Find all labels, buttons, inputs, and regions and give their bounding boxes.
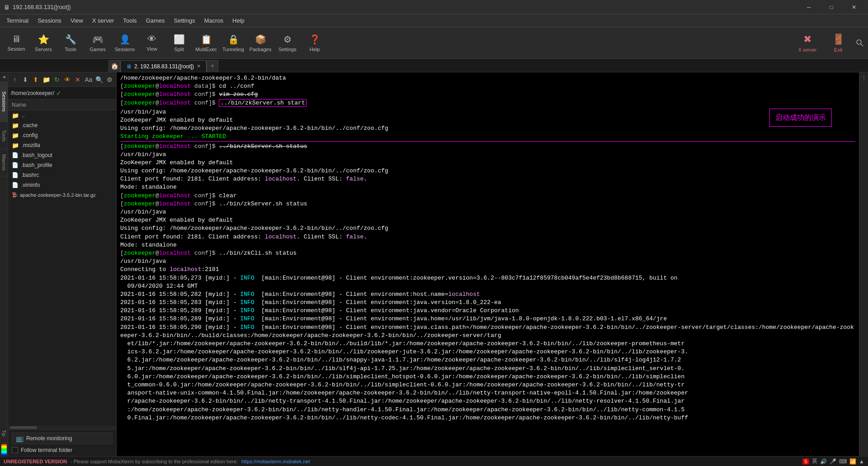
horizontal-scrollbar[interactable] xyxy=(8,426,116,429)
maximize-button[interactable]: □ xyxy=(821,0,842,14)
minimize-button[interactable]: ─ xyxy=(798,0,819,14)
menu-macros[interactable]: Macros xyxy=(199,15,228,26)
toolbar-help[interactable]: ❓ Help xyxy=(302,29,327,57)
xserver-label: X server xyxy=(798,47,817,52)
file-item-viminfo[interactable]: 📄 .viminfo xyxy=(8,180,116,190)
toolbar-games[interactable]: 🎮 Games xyxy=(85,29,110,57)
menu-sessions[interactable]: Sessions xyxy=(33,15,66,26)
toolbar-tools[interactable]: 🔧 Tools xyxy=(58,29,83,57)
file-item-mozilla[interactable]: 📁 .mozilla xyxy=(8,140,116,150)
menu-view[interactable]: View xyxy=(66,15,88,26)
file-tool-upload[interactable]: ⬆ xyxy=(31,74,41,85)
tab-home[interactable]: 🏠 xyxy=(108,60,120,72)
term-line: [zookeeper@localhost data]$ cd ../conf xyxy=(120,82,855,90)
sidebar-tab-tip[interactable]: Tip xyxy=(0,424,8,442)
term-line: 0.Final.jar:/home/zookeeper/apache-zooke… xyxy=(120,414,855,422)
file-item-bash-profile[interactable]: 📄 .bash_profile xyxy=(8,160,116,170)
toolbar: 🖥 Session ⭐ Servers 🔧 Tools 🎮 Games 👤 Se… xyxy=(0,27,868,59)
toolbar-session[interactable]: 🖥 Session xyxy=(4,29,29,57)
tray-icon3: ⌨ xyxy=(839,458,847,465)
toolbar-servers[interactable]: ⭐ Servers xyxy=(31,29,56,57)
split-icon: ⬜ xyxy=(174,34,185,45)
toolbar-xserver[interactable]: ✖ X server xyxy=(794,29,821,57)
file-tool-rename[interactable]: Aa xyxy=(84,74,93,85)
file-path: /home/zookeeper/ xyxy=(11,90,54,96)
file-header-name: Name xyxy=(12,102,26,108)
new-tab-button[interactable]: + xyxy=(207,60,218,72)
file-item-config[interactable]: 📁 .config xyxy=(8,130,116,140)
file-item-name: .bash_logout xyxy=(21,152,52,158)
sidebar-tab-macros[interactable]: Macros xyxy=(0,149,8,176)
file-item-tarball[interactable]: 🗜 apache-zookeeper-3.6.2-bin.tar.gz xyxy=(8,190,116,200)
menu-help[interactable]: Help xyxy=(228,15,249,26)
file-tool-hidden[interactable]: 👁 xyxy=(62,74,72,85)
term-line: /usr/bin/java xyxy=(120,257,855,266)
file-tool-newfolder[interactable]: 📁 xyxy=(42,74,51,85)
file-item-parent[interactable]: 📁 .. xyxy=(8,110,116,120)
close-button[interactable]: ✕ xyxy=(844,0,864,14)
file-tool-settings[interactable]: ⚙ xyxy=(105,74,114,85)
term-line: [zookeeper@localhost conf]$ ../bin/zkSer… xyxy=(120,200,855,208)
term-line: 6.0.jar:/home/zookeeper/apache-zookeeper… xyxy=(120,373,855,381)
tunneling-icon: 🔒 xyxy=(228,34,239,45)
status-url[interactable]: https://mobaxterm.mobatek.net xyxy=(241,459,310,464)
annotation-text: 启动成功的演示 xyxy=(775,114,826,121)
unregistered-label: UNREGISTERED VERSION xyxy=(4,459,67,464)
toolbar-tunneling[interactable]: 🔒 Tunneling xyxy=(221,29,246,57)
file-tool-find[interactable]: 🔍 xyxy=(94,74,104,85)
settings-label: Settings xyxy=(278,47,297,52)
tab-session[interactable]: 🖥 2. 192.168.83.131([root]) ✕ xyxy=(120,60,207,72)
toolbar-split[interactable]: ⬜ Split xyxy=(166,29,192,57)
file-panel: ↑ ⬇ ⬆ 📁 ↻ 👁 ✕ Aa 🔍 ⚙ /home/zookeeper/ ✓ … xyxy=(8,72,117,456)
term-line: /home/zookeeper/apache-zookeeper-3.6.2-b… xyxy=(120,74,855,82)
file-item-name: .bashrc xyxy=(21,172,39,178)
tools-icon: 🔧 xyxy=(65,34,76,45)
games-icon: 🎮 xyxy=(92,34,104,45)
term-line: /usr/bin/java xyxy=(120,151,855,159)
file-item-name: .mozilla xyxy=(22,142,40,148)
tray-icon2: 🎤 xyxy=(830,458,836,465)
term-line: /usr/bin/java xyxy=(120,208,855,216)
toolbar-view[interactable]: 👁 View xyxy=(139,29,165,57)
toolbar-sessions[interactable]: 👤 Sessions xyxy=(112,29,137,57)
toolbar-packages[interactable]: 📦 Packages xyxy=(248,29,273,57)
sidebar-tab-tools[interactable]: Tools xyxy=(0,122,8,149)
tools-label: Tools xyxy=(65,47,76,52)
toolbar-multiexec[interactable]: 📋 MultiExec xyxy=(193,29,219,57)
tray-time: ▲ xyxy=(859,458,864,465)
tab-close-button[interactable]: ✕ xyxy=(197,63,201,69)
file-item-name: .. xyxy=(22,112,25,119)
toolbar-settings[interactable]: ⚙ Settings xyxy=(275,29,300,57)
file-item-cache[interactable]: 📁 .cache xyxy=(8,120,116,130)
right-sidebar-btn[interactable]: ⋮ xyxy=(860,74,868,81)
follow-terminal-label: Follow terminal folder xyxy=(21,447,72,453)
menu-tools[interactable]: Tools xyxy=(118,15,141,26)
menu-settings[interactable]: Settings xyxy=(170,15,200,26)
file-tool-delete[interactable]: ✕ xyxy=(73,74,83,85)
file-icon: 📄 xyxy=(12,172,19,178)
file-tool-refresh[interactable]: ↻ xyxy=(52,74,61,85)
file-item-bashrc[interactable]: 📄 .bashrc xyxy=(8,170,116,180)
file-tool-up[interactable]: ↑ xyxy=(10,74,19,85)
menu-games[interactable]: Games xyxy=(142,15,170,26)
menu-bar: Terminal Sessions View X server Tools Ga… xyxy=(0,14,868,27)
window-title: 192.168.83.131([root]) xyxy=(13,4,71,10)
sidebar-tab-sessions[interactable]: Sessions xyxy=(0,81,8,122)
file-tool-download[interactable]: ⬇ xyxy=(20,74,30,85)
toolbar-exit[interactable]: 🚪 Exit xyxy=(825,29,852,57)
follow-terminal-checkbox[interactable] xyxy=(12,447,18,453)
term-line: [zookeeper@localhost conf]$ vim zoo.cfg xyxy=(120,90,855,99)
sidebar-collapse[interactable]: ◀ xyxy=(0,72,8,81)
term-line: ics-3.6.2.jar:/home/zookeeper/apache-zoo… xyxy=(120,348,855,356)
terminal[interactable]: 启动成功的演示 /home/zookeeper/apache-zookeeper… xyxy=(117,72,859,456)
term-line: 2021-01-16 15:58:05,289 [myid:] - INFO [… xyxy=(120,307,855,315)
menu-terminal[interactable]: Terminal xyxy=(2,15,33,26)
search-button[interactable] xyxy=(855,29,864,57)
file-item-bash-logout[interactable]: 📄 .bash_logout xyxy=(8,150,116,160)
follow-terminal-checkbox-row[interactable]: Follow terminal folder xyxy=(12,447,113,453)
right-sidebar: ⋮ xyxy=(859,72,868,456)
remote-monitor-button[interactable]: 📺 Remote monitoring xyxy=(12,433,113,444)
menu-xserver[interactable]: X server xyxy=(88,15,118,26)
remote-monitor-label: Remote monitoring xyxy=(26,435,72,442)
settings-icon: ⚙ xyxy=(283,34,292,45)
